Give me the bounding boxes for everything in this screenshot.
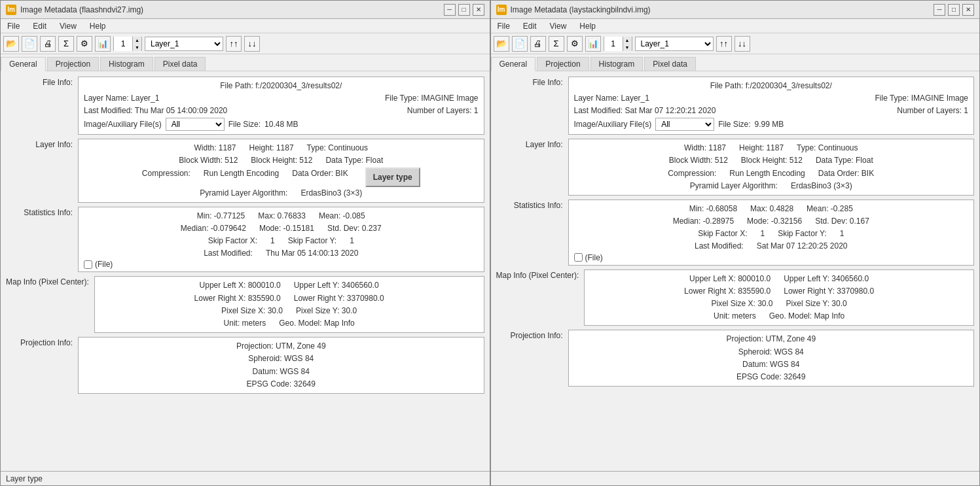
datum-2: Datum: WGS 84 (742, 358, 799, 371)
status-bar-1: Layer type (1, 471, 490, 485)
sort-asc-1[interactable]: ↑↑ (226, 36, 242, 52)
layer-compression-row-2: Compression: Run Length Encoding Data Or… (574, 167, 969, 180)
tab-general-1[interactable]: General (1, 57, 46, 71)
file-checkbox-1[interactable] (84, 260, 92, 269)
sort-asc-2[interactable]: ↑↑ (716, 36, 732, 52)
unit-1: Unit: meters (224, 317, 266, 330)
geo-model-1: Geo. Model: Map Info (279, 317, 354, 330)
maximize-button-2[interactable]: □ (948, 4, 960, 16)
layer-name-2: Layer Name: Layer_1 (574, 92, 649, 105)
menu-help-1[interactable]: Help (86, 21, 110, 31)
status-bar-2 (491, 471, 980, 485)
sum-tool-2[interactable]: Σ (549, 36, 564, 52)
print-tool-1[interactable]: 🖨 (40, 36, 56, 52)
close-button-2[interactable]: ✕ (962, 4, 974, 16)
spinner-down-2[interactable]: ▼ (623, 44, 632, 51)
menu-bar-1: File Edit View Help (1, 19, 490, 33)
upper-left-x-2: Upper Left X: 800010.0 (689, 273, 771, 285)
minimize-button-1[interactable]: ─ (444, 4, 456, 16)
sort-desc-2[interactable]: ↓↓ (735, 36, 750, 52)
stats-modified-row-2: Last Modified: Sat Mar 07 12:20:25 2020 (574, 240, 969, 252)
tab-pixeldata-1[interactable]: Pixel data (154, 57, 206, 71)
tab-projection-2[interactable]: Projection (537, 57, 589, 71)
layer-type-1: Type: Continuous (307, 142, 368, 154)
menu-view-2[interactable]: View (546, 21, 571, 31)
file-checkbox-row-2: (File) (574, 253, 969, 262)
spinner-down-1[interactable]: ▼ (132, 44, 141, 51)
sort-desc-1[interactable]: ↓↓ (244, 36, 260, 52)
layer-info-label-1: Layer Info: (6, 139, 78, 149)
open-tool-1[interactable]: 📂 (3, 36, 19, 52)
tab-histogram-2[interactable]: Histogram (590, 57, 644, 71)
lower-right-y-2: Lower Right Y: 3370980.0 (784, 285, 874, 298)
new-tool-1[interactable]: 📄 (22, 36, 37, 52)
mean-2: Mean: -0.285 (807, 203, 853, 215)
image-aux-label-2: Image/Auxiliary File(s) (574, 118, 652, 132)
tab-general-2[interactable]: General (491, 57, 536, 71)
refresh-tool-1[interactable]: ⚙ (77, 36, 92, 52)
refresh-tool-2[interactable]: ⚙ (567, 36, 583, 52)
layer-select-2[interactable]: Layer_1 (635, 37, 714, 51)
min-2: Min: -0.68058 (689, 203, 737, 215)
spheroid-2: Spheroid: WGS 84 (738, 346, 804, 358)
window-title-2: Image Metadata (laystackingbilndvi.img) (511, 5, 651, 14)
stats-label-2: Statistics Info: (496, 200, 568, 210)
chart-tool-2[interactable]: 📊 (585, 36, 601, 52)
menu-help-2[interactable]: Help (575, 21, 600, 31)
open-tool-2[interactable]: 📂 (494, 36, 509, 52)
tab-projection-1[interactable]: Projection (47, 57, 99, 71)
file-checkbox-2[interactable] (574, 253, 583, 262)
content-2: File Info: File Path: f:/20200304_3/resu… (491, 71, 980, 471)
new-tool-2[interactable]: 📄 (512, 36, 528, 52)
file-size-value-1: 10.48 MB (264, 118, 298, 132)
spinner-up-2[interactable]: ▲ (623, 37, 632, 44)
menu-file-2[interactable]: File (494, 21, 514, 31)
upper-left-x-1: Upper Left X: 800010.0 (200, 279, 281, 292)
menu-view-1[interactable]: View (56, 21, 81, 31)
title-bar-1: Im Image Metadata (flaashndvi27.img) ─ □… (1, 1, 490, 19)
title-bar-left-2: Im Image Metadata (laystackingbilndvi.im… (496, 5, 651, 15)
minimize-button-2[interactable]: ─ (934, 4, 945, 16)
layer-block-row-2: Block Width: 512 Block Height: 512 Data … (574, 154, 969, 167)
window2: Im Image Metadata (laystackingbilndvi.im… (490, 0, 981, 486)
epsg-2: EPSG Code: 32649 (736, 371, 805, 383)
chart-tool-1[interactable]: 📊 (95, 36, 111, 52)
pixel-size-x-2: Pixel Size X: 30.0 (711, 298, 772, 310)
spinner-input-2[interactable] (604, 37, 623, 51)
spinner-up-1[interactable]: ▲ (132, 37, 141, 44)
layer-type-button-1[interactable]: Layer type (365, 167, 420, 187)
skip-y-val-2: 1 (840, 228, 844, 240)
proj-row2-2: Spheroid: WGS 84 (574, 346, 969, 358)
app-icon-1: Im (6, 5, 16, 15)
menu-edit-2[interactable]: Edit (519, 21, 541, 31)
print-tool-2[interactable]: 🖨 (530, 36, 546, 52)
image-aux-select-2[interactable]: All (655, 118, 714, 131)
image-aux-select-1[interactable]: All (166, 118, 225, 131)
menu-edit-1[interactable]: Edit (29, 21, 50, 31)
tab-histogram-1[interactable]: Histogram (100, 57, 153, 71)
layer-dims-row-1: Width: 1187 Height: 1187 Type: Continuou… (84, 142, 479, 154)
layer-select-1[interactable]: Layer_1 (145, 37, 223, 51)
sum-tool-1[interactable]: Σ (58, 36, 74, 52)
map-info-label-2: Map Info (Pixel Center): (496, 269, 585, 280)
tab-pixeldata-2[interactable]: Pixel data (644, 57, 696, 71)
pyramid-value-2: ErdasBino3 (3×3) (791, 180, 852, 192)
map-info-box-2: Upper Left X: 800010.0 Upper Left Y: 340… (584, 269, 974, 326)
spinner-input-1[interactable] (114, 37, 132, 51)
layer-spinner-2: ▲ ▼ (604, 37, 632, 51)
close-button-1[interactable]: ✕ (473, 4, 484, 16)
maximize-button-1[interactable]: □ (458, 4, 470, 16)
compression-1: Compression: (142, 167, 191, 187)
proj-row2-1: Spheroid: WGS 84 (84, 353, 479, 365)
stats-row1-1: Min: -0.77125 Max: 0.76833 Mean: -0.085 (84, 210, 479, 222)
file-type-2: File Type: IMAGINE Image (875, 92, 969, 105)
stats-info-section-1: Statistics Info: Min: -0.77125 Max: 0.76… (6, 207, 484, 273)
num-layers-2: Number of Layers: 1 (897, 105, 968, 117)
block-width-1: Block Width: 512 (179, 154, 238, 167)
last-modified-2: Last Modified: Sat Mar 07 12:20:21 2020 (574, 105, 716, 117)
menu-file-1[interactable]: File (3, 21, 24, 31)
skip-y-2: Skip Factor Y: (778, 228, 826, 240)
median-2: Median: -0.28975 (673, 215, 734, 228)
geo-model-2: Geo. Model: Map Info (769, 310, 844, 322)
file-info-label-2: File Info: (496, 77, 568, 87)
